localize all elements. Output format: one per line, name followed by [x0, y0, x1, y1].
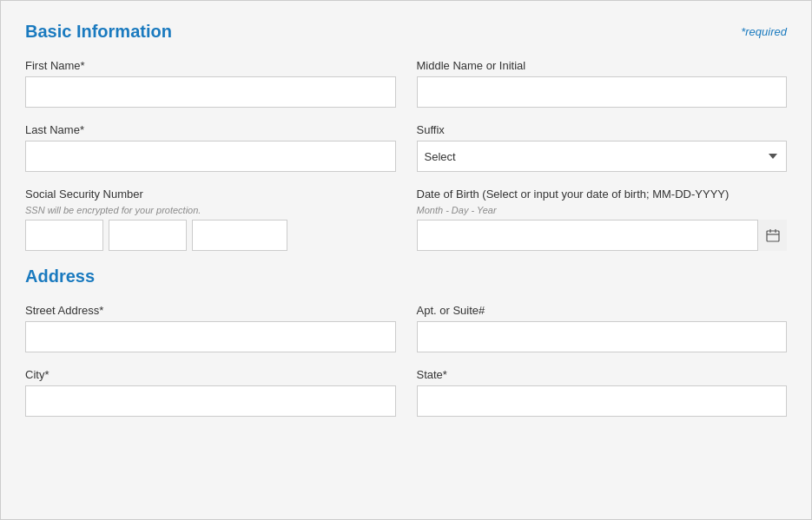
city-group: City*	[25, 368, 396, 417]
dob-input[interactable]	[417, 220, 788, 251]
middle-name-group: Middle Name or Initial	[417, 59, 788, 108]
ssn-group-container: Social Security Number SSN will be encry…	[25, 188, 396, 251]
form-container: Basic Information *required First Name* …	[0, 0, 812, 520]
suffix-group: Suffix Select Jr. Sr. II III IV	[417, 123, 788, 172]
city-input[interactable]	[25, 385, 396, 417]
city-state-row: City* State*	[25, 368, 787, 417]
dob-hint: Month - Day - Year	[417, 205, 788, 215]
ssn-label: Social Security Number	[25, 188, 396, 201]
basic-info-header: Basic Information *required	[25, 22, 787, 42]
first-name-label: First Name*	[25, 59, 396, 72]
street-apt-row: Street Address* Apt. or Suite#	[25, 304, 787, 352]
middle-name-label: Middle Name or Initial	[417, 59, 788, 72]
required-note: *required	[741, 25, 787, 38]
ssn-input-2[interactable]	[109, 220, 187, 251]
apt-suite-group: Apt. or Suite#	[417, 304, 788, 352]
apt-suite-label: Apt. or Suite#	[417, 304, 788, 317]
middle-name-input[interactable]	[417, 76, 788, 108]
ssn-note: SSN will be encrypted for your protectio…	[25, 205, 396, 215]
city-label: City*	[25, 368, 396, 381]
last-name-input[interactable]	[25, 141, 396, 172]
state-group: State*	[417, 368, 788, 417]
state-label: State*	[417, 368, 788, 381]
address-section: Address Street Address* Apt. or Suite# C…	[25, 267, 787, 417]
street-address-input[interactable]	[25, 321, 396, 352]
dob-label: Date of Birth (Select or input your date…	[417, 188, 788, 201]
dob-group: Date of Birth (Select or input your date…	[417, 188, 788, 251]
ssn-inputs	[25, 220, 396, 251]
ssn-input-1[interactable]	[25, 220, 103, 251]
state-input[interactable]	[417, 385, 788, 417]
address-title: Address	[25, 267, 787, 286]
suffix-select[interactable]: Select Jr. Sr. II III IV	[417, 141, 788, 172]
last-name-label: Last Name*	[25, 123, 396, 136]
apt-suite-input[interactable]	[417, 321, 788, 352]
basic-info-title: Basic Information	[25, 22, 172, 42]
first-name-input[interactable]	[25, 76, 396, 108]
suffix-label: Suffix	[417, 123, 788, 136]
last-name-group: Last Name*	[25, 123, 396, 172]
first-name-group: First Name*	[25, 59, 396, 108]
ssn-dob-row: Social Security Number SSN will be encry…	[25, 188, 787, 251]
street-address-group: Street Address*	[25, 304, 396, 352]
svg-rect-0	[767, 231, 779, 241]
name-row: First Name* Middle Name or Initial	[25, 59, 787, 108]
street-address-label: Street Address*	[25, 304, 396, 317]
dob-input-wrapper	[417, 220, 788, 251]
ssn-input-3[interactable]	[192, 220, 287, 251]
calendar-icon[interactable]	[757, 220, 787, 251]
last-name-suffix-row: Last Name* Suffix Select Jr. Sr. II III …	[25, 123, 787, 172]
